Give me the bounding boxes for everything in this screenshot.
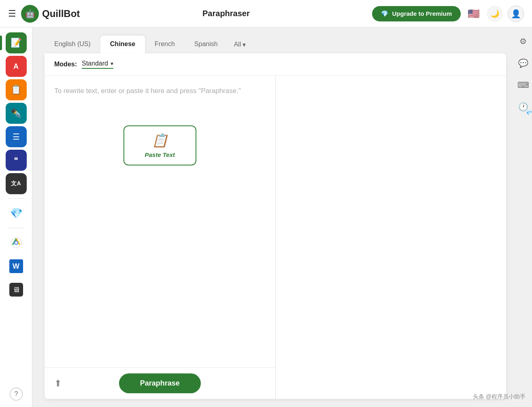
- sidebar-divider: [8, 198, 24, 199]
- sidebar-item-word[interactable]: W: [6, 256, 27, 277]
- word-icon: W: [9, 259, 23, 273]
- person-icon: 👤: [511, 9, 521, 19]
- main-layout: 📝 A 📋 ✒️ ☰ ❝ 文A 💎: [0, 28, 532, 407]
- app-title: Paraphraser: [202, 9, 250, 18]
- moon-icon: 🌙: [490, 9, 499, 18]
- input-panel[interactable]: To rewrite text, enter or paste it here …: [45, 76, 276, 399]
- editor-panels: To rewrite text, enter or paste it here …: [45, 76, 506, 399]
- paraphrase-button[interactable]: Paraphrase: [119, 373, 201, 393]
- sidebar-item-translate[interactable]: 文A: [6, 173, 27, 194]
- summarizer-icon: 📋: [11, 85, 21, 95]
- right-sidebar: ⚙ 💬 ⌨ 🕐 💎: [514, 28, 532, 407]
- sidebar-item-summarizer[interactable]: 📋: [6, 79, 27, 100]
- output-panel: [276, 76, 506, 399]
- placeholder-text: To rewrite text, enter or paste it here …: [54, 85, 266, 97]
- sidebar-item-modes[interactable]: ☰: [6, 126, 27, 147]
- tab-french[interactable]: French: [145, 36, 185, 53]
- paraphraser-icon: 📝: [11, 38, 21, 48]
- mode-arrow-icon: ▾: [111, 60, 113, 67]
- tab-chinese[interactable]: Chinese: [100, 36, 145, 53]
- sidebar-item-grammar[interactable]: A: [6, 56, 27, 77]
- language-tabs: English (US) Chinese French Spanish All …: [45, 36, 506, 53]
- header-left: ☰ 🤖 QuillBot: [8, 5, 80, 23]
- logo-text: QuillBot: [42, 8, 80, 19]
- language-flag-button[interactable]: 🇺🇸: [466, 6, 482, 22]
- sidebar-item-quotes[interactable]: ❝: [6, 150, 27, 171]
- upgrade-label: Upgrade to Premium: [392, 10, 452, 17]
- comments-icon[interactable]: 💬: [516, 56, 530, 70]
- sidebar: 📝 A 📋 ✒️ ☰ ❝ 文A 💎: [0, 28, 32, 407]
- quotes-icon: ❝: [14, 155, 18, 165]
- watermark: 头条 @程序员小助手: [473, 393, 526, 401]
- us-flag-icon: 🇺🇸: [468, 8, 480, 19]
- content-area: English (US) Chinese French Spanish All …: [32, 28, 514, 407]
- grammar-icon: A: [13, 62, 19, 71]
- dark-mode-button[interactable]: 🌙: [487, 6, 503, 22]
- diamond-icon: 💎: [381, 10, 389, 17]
- logo-container[interactable]: 🤖 QuillBot: [21, 5, 80, 23]
- editor-container: Modes: Standard ▾ To rewrite text, enter…: [45, 53, 506, 399]
- hamburger-icon[interactable]: ☰: [8, 8, 16, 19]
- history-icon[interactable]: 🕐 💎: [516, 100, 530, 114]
- tab-english[interactable]: English (US): [45, 36, 100, 53]
- mode-selected: Standard: [82, 60, 108, 67]
- translate-icon: 文A: [11, 180, 21, 187]
- sidebar-item-paraphraser[interactable]: 📝: [6, 32, 27, 53]
- paste-text-button[interactable]: 📋 Paste Text: [123, 125, 196, 165]
- svg-point-3: [15, 242, 17, 244]
- active-indicator: [0, 36, 2, 50]
- header-right: 💎 Upgrade to Premium 🇺🇸 🌙 👤: [372, 6, 524, 22]
- paste-label: Paste Text: [145, 151, 175, 158]
- screen-icon: 🖥: [9, 283, 23, 297]
- mode-dropdown[interactable]: Standard ▾: [82, 60, 113, 69]
- settings-icon[interactable]: ⚙: [516, 34, 530, 49]
- modes-label: Modes:: [54, 61, 77, 68]
- writer-icon: ✒️: [11, 108, 21, 119]
- logo-icon: 🤖: [21, 5, 39, 23]
- profile-button[interactable]: 👤: [508, 6, 524, 22]
- sidebar-item-premium[interactable]: 💎: [6, 203, 27, 224]
- tab-spanish[interactable]: Spanish: [185, 36, 228, 53]
- help-icon[interactable]: ?: [10, 388, 23, 401]
- modes-bar: Modes: Standard ▾: [45, 53, 506, 76]
- tab-all[interactable]: All ▾: [228, 36, 253, 53]
- sidebar-item-screen[interactable]: 🖥: [6, 279, 27, 300]
- sidebar-item-writer[interactable]: ✒️: [6, 103, 27, 124]
- header-center: Paraphraser: [80, 9, 372, 18]
- bottom-bar: ⬆ Paraphrase: [45, 367, 275, 399]
- header: ☰ 🤖 QuillBot Paraphraser 💎 Upgrade to Pr…: [0, 0, 532, 28]
- sidebar-divider-2: [8, 228, 24, 228]
- premium-diamond-icon: 💎: [10, 207, 23, 220]
- modes-icon: ☰: [13, 132, 20, 142]
- chrome-icon: [11, 237, 22, 248]
- sidebar-item-chrome[interactable]: [6, 232, 27, 253]
- history-premium-badge: 💎: [526, 110, 532, 116]
- upgrade-button[interactable]: 💎 Upgrade to Premium: [372, 6, 461, 21]
- upload-icon[interactable]: ⬆: [54, 378, 62, 389]
- keyboard-icon[interactable]: ⌨: [516, 78, 530, 92]
- clipboard-icon: 📋: [152, 133, 168, 148]
